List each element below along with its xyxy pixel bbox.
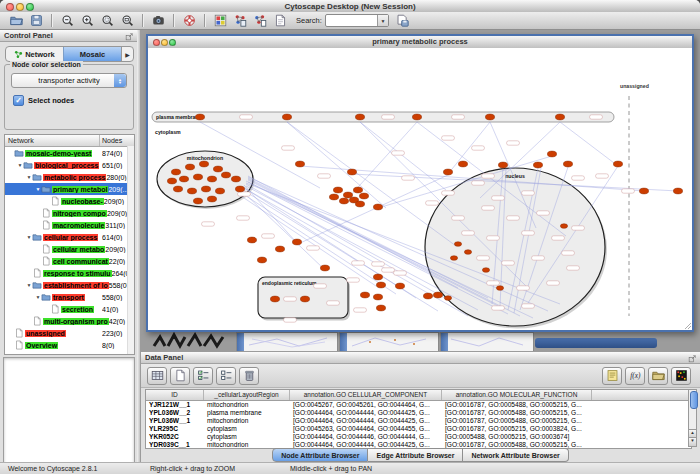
network-node[interactable] — [443, 169, 452, 175]
open-file-button[interactable] — [7, 13, 25, 28]
save-attributes-button[interactable] — [394, 13, 412, 28]
network-node[interactable] — [496, 286, 503, 291]
zoom-out-button[interactable] — [58, 13, 76, 28]
network-node[interactable] — [295, 161, 304, 167]
tab-edge-attribute-browser[interactable]: Edge Attribute Browser — [368, 448, 463, 462]
network-node[interactable] — [444, 296, 451, 301]
tab-network[interactable]: Network — [6, 47, 63, 61]
network-node[interactable] — [423, 293, 432, 299]
node-color-dropdown[interactable]: transporter activity ▲▼ — [11, 73, 127, 88]
tree-row-nitrogen-compo[interactable]: nitrogen compo209(0) — [5, 207, 134, 219]
network-node[interactable] — [373, 294, 382, 300]
network-node[interactable] — [300, 296, 309, 302]
network-node[interactable] — [563, 161, 572, 167]
zoom-fit-button[interactable] — [118, 13, 136, 28]
table-row[interactable]: YKR052Ccytoplasm[GO:0044464, GO:0044446,… — [146, 433, 691, 441]
network-node[interactable] — [320, 265, 329, 271]
network-node[interactable] — [555, 114, 564, 120]
tree-scrollbar[interactable] — [127, 146, 134, 354]
network-tree-header[interactable]: Network Nodes — [5, 135, 134, 147]
background-window-edge[interactable] — [535, 338, 657, 348]
network-node[interactable] — [639, 188, 648, 194]
network-node[interactable] — [292, 239, 301, 245]
network-node[interactable] — [547, 151, 556, 157]
network-node[interactable] — [221, 172, 230, 178]
tree-row-cellular-process[interactable]: ▼cellular process614(0) — [5, 231, 134, 243]
scroll-down-icon[interactable]: ▼ — [689, 437, 696, 446]
tab-network-attribute-browser[interactable]: Network Attribute Browser — [463, 448, 568, 462]
network-node[interactable] — [458, 161, 467, 167]
network-node[interactable] — [373, 204, 382, 210]
network-node[interactable] — [464, 250, 471, 255]
network-node[interactable] — [329, 194, 338, 200]
tree-row-establishment-of-lo[interactable]: ▼establishment of lo558(0) — [5, 279, 134, 291]
float-panel-icon[interactable] — [125, 32, 134, 41]
network-overlay-button[interactable] — [251, 13, 269, 28]
select-neighbors-button[interactable] — [231, 13, 249, 28]
table-scrollbar[interactable]: ▲ ▼ — [688, 389, 697, 447]
tree-row-overview[interactable]: Overview8(0) — [5, 339, 134, 351]
column-header-id[interactable]: ID — [146, 390, 204, 400]
network-node[interactable] — [613, 161, 622, 167]
network-node[interactable] — [533, 162, 542, 168]
tree-row-transport[interactable]: ▼transport558(0) — [5, 291, 134, 303]
network-node[interactable] — [275, 246, 284, 252]
zoom-in-button[interactable] — [78, 13, 96, 28]
network-node[interactable] — [179, 176, 188, 182]
network-node[interactable] — [376, 305, 385, 311]
network-node[interactable] — [231, 176, 240, 182]
network-node[interactable] — [355, 114, 364, 120]
control-panel-header[interactable]: Control Panel — [0, 30, 137, 42]
save-button[interactable] — [27, 13, 45, 28]
tab-mosaic[interactable]: Mosaic — [63, 47, 121, 61]
tree-row-biological-process[interactable]: ▼biological_process651(0) — [5, 159, 134, 171]
network-node[interactable] — [213, 166, 222, 172]
network-node[interactable] — [395, 283, 404, 289]
network-node[interactable] — [412, 114, 421, 120]
column-header-1[interactable]: _cellularLayoutRegion — [204, 390, 290, 400]
birds-eye-view[interactable] — [3, 357, 135, 474]
network-node[interactable] — [343, 192, 352, 198]
network-node[interactable] — [376, 282, 385, 288]
tree-row-cellular-metabo[interactable]: cellular metabo209(0) — [5, 243, 134, 255]
notes-button[interactable] — [602, 367, 622, 385]
network-node[interactable] — [673, 188, 682, 194]
delete-attribute-button[interactable] — [239, 367, 259, 385]
float-panel-icon[interactable] — [688, 354, 697, 363]
network-node[interactable] — [373, 274, 382, 280]
network-node[interactable] — [199, 161, 208, 167]
tree-col-network[interactable]: Network — [5, 135, 100, 146]
annotation-button[interactable] — [271, 13, 289, 28]
network-node[interactable] — [498, 162, 507, 168]
network-node[interactable] — [360, 292, 369, 298]
attribute-table-header[interactable]: ID_cellularLayoutRegionannotation.GO CEL… — [146, 390, 691, 401]
table-row[interactable]: YLR295Ccytoplasm[GO:0045263, GO:0044464,… — [146, 425, 691, 433]
background-window[interactable] — [236, 332, 338, 351]
network-node[interactable] — [433, 292, 442, 298]
tree-row-metabolic-process[interactable]: ▼metabolic process280(0) — [5, 171, 134, 183]
tree-row-secretion[interactable]: secretion41(0) — [5, 303, 134, 315]
search-combobox[interactable]: ▼ — [325, 14, 389, 27]
search-input[interactable] — [326, 15, 377, 26]
network-node[interactable] — [185, 164, 194, 170]
background-window[interactable] — [440, 332, 534, 351]
network-node[interactable] — [193, 174, 202, 180]
snapshot-button[interactable] — [149, 13, 167, 28]
network-node[interactable] — [173, 186, 182, 192]
tree-row-macromolecule[interactable]: macromolecule311(0) — [5, 219, 134, 231]
network-node[interactable] — [193, 198, 202, 204]
network-node[interactable] — [270, 296, 279, 302]
tab-node-attribute-browser[interactable]: Node Attribute Browser — [272, 448, 368, 462]
network-node[interactable] — [450, 256, 457, 261]
column-header-2[interactable]: annotation.GO CELLULAR_COMPONENT — [290, 390, 442, 400]
network-canvas[interactable]: plasma membranecytoplasmmitochondrionnuc… — [148, 48, 692, 330]
tree-row-multi-organism-pro[interactable]: multi-organism pro42(0) — [5, 315, 134, 327]
network-node[interactable] — [207, 176, 216, 182]
network-node[interactable] — [347, 169, 356, 175]
network-node[interactable] — [207, 196, 216, 202]
network-node[interactable] — [454, 242, 461, 247]
select-nodes-checkbox[interactable]: ✓ — [13, 95, 24, 106]
tree-col-nodes[interactable]: Nodes — [100, 135, 134, 146]
attribute-list-button[interactable] — [216, 367, 236, 385]
table-row[interactable]: YPL036W__1mitochondrion[GO:0044464, GO:0… — [146, 417, 691, 425]
